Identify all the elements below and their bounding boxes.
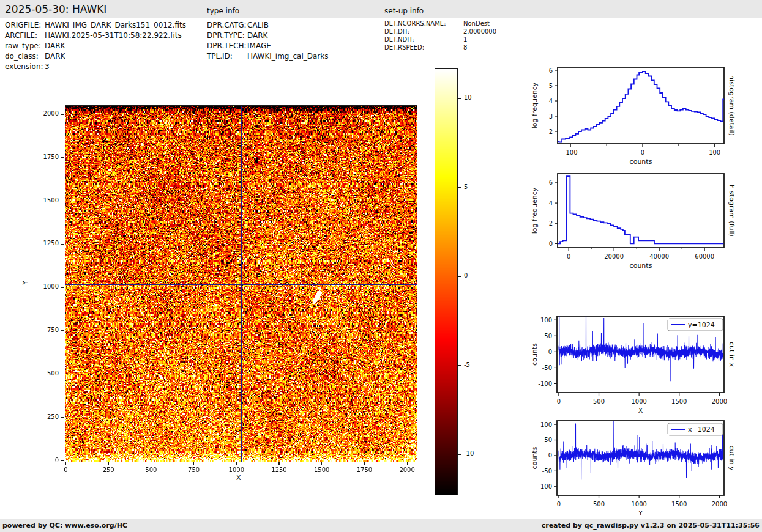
histogram-detail-plot: -100010023456countslog frequencyhistogra… [523, 61, 762, 171]
x-tick [65, 462, 66, 465]
footer-powered-by: powered by QC: www.eso.org/HC [2, 522, 127, 530]
y-tick-label: 500 [34, 370, 59, 377]
cut-in-y-plot: 0500100015002000-100-50050100Ycountscut … [523, 413, 762, 522]
colorbar-tick [458, 454, 461, 455]
x-tick-label: 1000 [631, 501, 646, 508]
y-tick [61, 330, 64, 331]
y-tick [61, 244, 64, 245]
plot-frame [558, 174, 724, 248]
x-axis-label: X [236, 474, 241, 482]
x-tick [407, 462, 408, 465]
y-tick-label: 6 [549, 179, 553, 186]
origfile-label: ORIGFILE: [5, 21, 41, 29]
extension-label: extension: [5, 62, 43, 71]
y-tick-label: 0 [548, 452, 552, 459]
x-tick [236, 462, 237, 465]
x-tick-label: 20000 [604, 253, 624, 260]
y-tick-label: 6 [549, 67, 553, 74]
colorbar-tick [458, 276, 461, 277]
det-rspeed-label: DET.RSPEED: [384, 44, 424, 51]
y-tick-label: 100 [540, 421, 552, 428]
x-tick-label: 1500 [671, 398, 687, 405]
det-dit-value: 2.0000000 [463, 28, 496, 35]
y-tick-label: 1000 [34, 283, 59, 290]
y-tick-label: 2 [549, 220, 553, 227]
x-axis-label: Y [638, 509, 643, 517]
y-tick-label: 100 [540, 317, 552, 323]
x-tick-label: 0 [567, 253, 570, 260]
right-side-label: cut in x [728, 342, 736, 367]
x-tick-label: 500 [593, 398, 605, 405]
y-tick-label: -50 [542, 364, 552, 371]
y-tick-label: 1750 [34, 153, 59, 160]
tpl-id-value: HAWKI_img_cal_Darks [247, 52, 329, 61]
x-tick-label: 1500 [671, 501, 687, 508]
y-tick-label: 50 [544, 437, 552, 443]
y-tick-label: 750 [34, 327, 59, 333]
right-side-label: histogram (detail) [728, 75, 736, 136]
page-title: 2025-05-30: HAWKI [5, 3, 106, 15]
x-tick-label: 500 [593, 501, 605, 508]
colorbar-tick-label: 5 [464, 183, 468, 190]
header-bar [0, 0, 762, 18]
dpr-type-label: DPR.TYPE: [207, 31, 245, 40]
x-tick-label: 2000 [395, 467, 419, 473]
y-tick-label: 0 [34, 457, 59, 464]
right-side-label: cut in y [728, 446, 736, 471]
dpr-type-value: DARK [247, 31, 267, 40]
doclass-value: DARK [45, 52, 65, 61]
x-tick-label: 250 [96, 467, 121, 473]
doclass-label: do_class: [5, 52, 39, 61]
tpl-id-label: TPL.ID: [207, 52, 233, 61]
arcfile-value: HAWKI.2025-05-31T10:58:22.922.fits [45, 31, 182, 40]
det-ncorrs-label: DET.NCORRS.NAME: [384, 20, 446, 27]
x-tick-label: 0 [557, 501, 561, 508]
dpr-tech-label: DPR.TECH: [207, 42, 247, 50]
colorbar-tick-label: -10 [464, 450, 474, 457]
x-tick [321, 462, 322, 465]
colorbar-tick-label: -5 [464, 361, 470, 368]
y-tick-label: 250 [34, 413, 59, 420]
colorbar [435, 68, 458, 495]
y-tick [61, 417, 64, 418]
raw-image-axes [65, 105, 417, 462]
x-tick-label: 2000 [712, 501, 727, 508]
rawtype-value: DARK [45, 42, 65, 50]
setup-info-header: set-up info [384, 7, 424, 15]
x-tick-label: 40000 [649, 253, 669, 260]
y-axis-label: counts [531, 343, 539, 366]
y-tick-label: 2 [549, 128, 553, 135]
y-tick-label: 3 [549, 113, 553, 120]
x-tick-label: 750 [182, 467, 206, 473]
x-tick [151, 462, 151, 465]
y-axis-label: Y [21, 281, 29, 285]
det-ndit-label: DET.NDIT: [384, 36, 414, 43]
x-tick-label: 1250 [267, 467, 291, 473]
y-tick-label: 2000 [34, 110, 59, 117]
det-dit-label: DET.DIT: [384, 28, 409, 35]
x-tick [108, 462, 109, 465]
y-tick-label: -50 [542, 468, 552, 475]
x-axis-label: counts [630, 262, 652, 270]
plot-frame [558, 67, 724, 144]
y-axis-label: log frequency [531, 187, 539, 234]
legend-label: x=1024 [688, 426, 715, 434]
qc-report-page: { "header": { "title": "2025-05-30: HAWK… [0, 0, 762, 532]
origfile-value: HAWKI_IMG_DARK_Darks151_0012.fits [45, 21, 186, 29]
colorbar-tick [458, 187, 461, 188]
y-tick-label: 4 [549, 98, 553, 105]
x-tick [193, 462, 194, 465]
x-tick-label: 0 [641, 149, 644, 156]
x-axis-label: counts [630, 158, 652, 166]
y-tick-label: 4 [549, 200, 553, 207]
y-tick-label: 1500 [34, 197, 59, 204]
det-ndit-value: 1 [463, 36, 467, 43]
dpr-tech-value: IMAGE [247, 42, 271, 50]
y-tick [61, 157, 64, 158]
right-side-label: histogram (full) [728, 185, 736, 237]
colorbar-tick [458, 98, 461, 99]
y-tick-label: 0 [548, 349, 552, 355]
raw-image-heatmap [65, 106, 417, 462]
colorbar-tick [458, 365, 461, 366]
y-tick [61, 201, 64, 201]
